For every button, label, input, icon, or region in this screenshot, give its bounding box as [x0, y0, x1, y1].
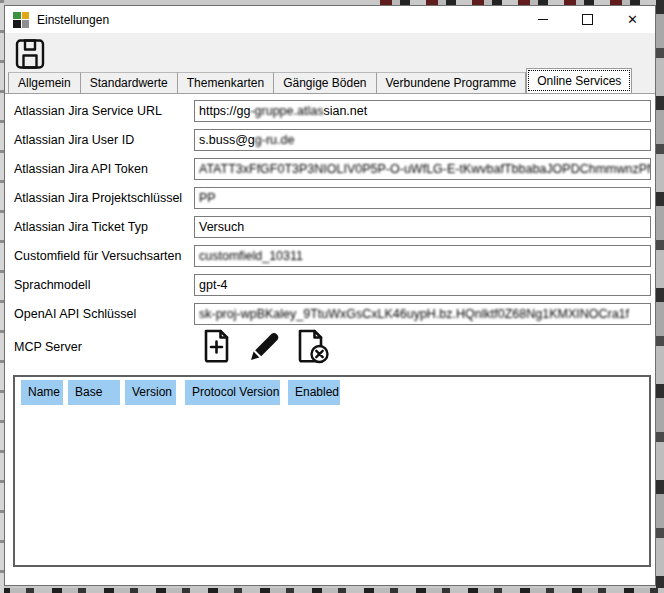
value-clear: https://gg: [199, 104, 250, 118]
value-redacted: ATATT3xFfGF0T3P3NIOLIV0P5P-O-uWfLG-E-tKw…: [199, 162, 651, 176]
mcp-add-button[interactable]: [196, 326, 236, 366]
tab-online-services[interactable]: Online Services: [526, 68, 632, 93]
window-title: Einstellungen: [37, 13, 109, 27]
label-mcp-server: MCP Server: [14, 336, 194, 358]
tab-allgemein[interactable]: Allgemein: [8, 72, 81, 93]
value-clear: sian.net: [323, 104, 367, 118]
column-header-protocol-version[interactable]: Protocol Version: [185, 380, 280, 405]
tab-themenkarten[interactable]: Themenkarten: [178, 72, 274, 93]
save-button[interactable]: [13, 37, 47, 71]
label-jira-service-url: Atlassian Jira Service URL: [14, 100, 194, 122]
sprachmodell-input[interactable]: gpt-4: [194, 274, 651, 296]
label-openai-api-schluessel: OpenAI API Schlüssel: [14, 303, 194, 325]
close-button[interactable]: ✕: [610, 6, 655, 33]
pencil-icon: [245, 326, 285, 366]
tab-strip: Allgemein Standardwerte Themenkarten Gän…: [8, 71, 632, 93]
jira-api-token-input[interactable]: ATATT3xFfGF0T3P3NIOLIV0P5P-O-uWfLG-E-tKw…: [194, 158, 651, 180]
value-redacted: g-ru.de: [255, 133, 295, 147]
value-redacted: sk-proj-wpBKaley_9TtuWxGsCxLK46uypH.bz.H…: [199, 307, 629, 321]
value-clear: Versuch: [199, 220, 244, 234]
settings-dialog: Einstellungen ✕ Allgemein Standardwerte: [4, 5, 656, 586]
tab-verbundene-programme[interactable]: Verbundene Programme: [377, 72, 527, 93]
label-customfield-versuchsarten: Customfield für Versuchsarten: [14, 245, 194, 267]
tab-label: Verbundene Programme: [386, 76, 517, 90]
openai-api-schluessel-input[interactable]: sk-proj-wpBKaley_9TtuWxGsCxLK46uypH.bz.H…: [194, 303, 651, 325]
desktop-background-right: [656, 0, 664, 593]
tab-label: Allgemein: [18, 76, 71, 90]
jira-projektschluessel-input[interactable]: PP: [194, 187, 651, 209]
jira-service-url-input[interactable]: https://gg-gruppe.atlassian.net: [194, 100, 651, 122]
column-header-name[interactable]: Name: [21, 380, 63, 405]
value-redacted: customfield_10311: [199, 249, 303, 263]
app-puzzle-icon: [13, 12, 29, 28]
column-header-base-url[interactable]: Base URL: [68, 380, 120, 405]
column-header-enabled[interactable]: Enabled: [288, 380, 340, 405]
tab-label: Themenkarten: [187, 76, 264, 90]
save-floppy-icon: [13, 37, 47, 71]
label-jira-api-token: Atlassian Jira API Token: [14, 158, 194, 180]
minimize-icon: [538, 19, 548, 20]
tab-gaengige-boeden[interactable]: Gängige Böden: [274, 72, 376, 93]
desktop-background-bottom: [0, 588, 664, 593]
mcp-server-table[interactable]: Name Base URL Version Protocol Version E…: [13, 375, 651, 567]
column-header-version[interactable]: Version: [125, 380, 176, 405]
file-x-icon: [292, 326, 332, 366]
minimize-button[interactable]: [520, 6, 565, 33]
title-bar[interactable]: Einstellungen ✕: [5, 6, 655, 33]
label-jira-projektschluessel: Atlassian Jira Projektschlüssel: [14, 187, 194, 209]
mcp-delete-button[interactable]: [292, 326, 332, 366]
label-sprachmodell: Sprachmodell: [14, 274, 194, 296]
maximize-button[interactable]: [565, 6, 610, 33]
value-redacted: -gruppe.atlas: [250, 104, 323, 118]
toolbar-area: Allgemein Standardwerte Themenkarten Gän…: [5, 33, 655, 93]
value-clear: s.buss@g: [199, 133, 255, 147]
tab-label: Standardwerte: [90, 76, 168, 90]
tab-standardwerte[interactable]: Standardwerte: [81, 72, 178, 93]
tab-label: Gängige Böden: [283, 76, 366, 90]
mcp-edit-button[interactable]: [245, 326, 285, 366]
jira-ticket-typ-input[interactable]: Versuch: [194, 216, 651, 238]
tab-label: Online Services: [537, 74, 621, 88]
value-redacted: PP: [199, 191, 216, 205]
file-plus-icon: [196, 326, 236, 366]
tab-pane-border: [5, 93, 655, 94]
jira-user-id-input[interactable]: s.buss@gg-ru.de: [194, 129, 651, 151]
customfield-versuchsarten-input[interactable]: customfield_10311: [194, 245, 651, 267]
maximize-icon: [582, 14, 593, 25]
close-icon: ✕: [627, 12, 638, 27]
label-jira-user-id: Atlassian Jira User ID: [14, 129, 194, 151]
value-clear: gpt-4: [199, 278, 228, 292]
label-jira-ticket-typ: Atlassian Jira Ticket Typ: [14, 216, 194, 238]
